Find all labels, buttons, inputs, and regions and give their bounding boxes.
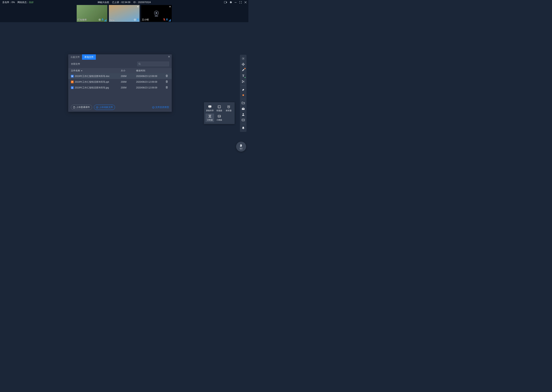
svg-point-29 (243, 58, 244, 59)
tab-cloud-files[interactable]: 云盘文件 (68, 54, 82, 60)
tool-timer[interactable]: 计时器 (205, 113, 214, 122)
play-circle-icon (96, 106, 98, 109)
fullscreen-icon[interactable] (239, 0, 242, 4)
sort-desc-icon: ▼ (81, 70, 83, 72)
video-tile-teacher[interactable]: 叮当老师 (77, 5, 107, 22)
ppt-file-icon: P (71, 81, 74, 83)
chat-icon[interactable] (240, 118, 246, 123)
text-icon[interactable]: T (240, 73, 246, 78)
video-tile-student[interactable]: ✕ Nina (109, 5, 139, 22)
svg-point-39 (244, 120, 244, 120)
mic-on-icon (166, 18, 168, 21)
volume-bars-icon (104, 19, 106, 21)
toolbox-icon[interactable] (240, 106, 246, 112)
svg-line-14 (140, 64, 140, 65)
participant-name: 王小明 (142, 18, 149, 21)
mic-on-icon (102, 18, 103, 21)
upload-dynamic-button[interactable]: 上传动效文件 (94, 105, 115, 110)
file-size: 200M (121, 81, 136, 83)
image-file-icon: ▲ (71, 86, 74, 89)
folder-icon[interactable] (240, 100, 246, 106)
svg-point-30 (242, 80, 243, 81)
svg-text:✕: ✕ (219, 107, 220, 108)
laser-pointer-icon[interactable] (240, 56, 246, 61)
svg-rect-0 (224, 1, 226, 3)
file-row[interactable]: ▲2019年工作汇报情况查询等等.jpg 200M 2020/06/23 12:… (68, 85, 172, 91)
eraser-icon[interactable] (240, 87, 246, 92)
col-size[interactable]: 大小 (121, 69, 136, 72)
packet-loss: 丢包率：0% (2, 1, 15, 4)
col-name[interactable]: 文件名称▼ (71, 69, 121, 72)
toolbox-panel: 屏幕共享 A✓B✕ 答题器 抢答器 计时器 2+3 小黑板 (204, 102, 235, 124)
file-modified: 2020/06/23 12:09:09 (136, 81, 163, 83)
camera-indicator-icon (134, 19, 136, 21)
svg-point-3 (99, 19, 100, 20)
participant-name: 叮当老师 (77, 18, 87, 21)
file-size: 200M (121, 86, 136, 89)
svg-point-6 (135, 19, 135, 20)
svg-rect-1 (235, 2, 237, 3)
info-icon (152, 106, 154, 109)
svg-point-32 (242, 94, 244, 96)
upload-normal-button[interactable]: 上传普通课件 (71, 105, 92, 110)
dialog-close-icon[interactable]: ✕ (168, 55, 170, 58)
svg-text:B: B (218, 107, 219, 108)
svg-point-37 (242, 120, 243, 120)
course-title: 神秘大自然 (98, 1, 109, 4)
minimize-icon[interactable] (234, 0, 237, 4)
svg-rect-12 (167, 18, 167, 20)
close-icon[interactable] (244, 0, 247, 4)
svg-rect-20 (209, 108, 210, 108)
file-dialog: 云盘文件 本地文件 ✕ 全部文件 文件名称▼ 大小 修改时间 W2019年工作汇… (68, 54, 172, 112)
side-toolbar: T (240, 55, 247, 132)
scissors-icon[interactable] (240, 79, 246, 84)
video-tile-student[interactable]: ✕ 王小明 (141, 5, 172, 22)
svg-point-31 (242, 82, 243, 83)
tile-close-icon[interactable]: ✕ (137, 5, 139, 8)
raise-hand-button[interactable]: 0/2 (236, 142, 246, 152)
bell-icon[interactable] (240, 125, 246, 131)
doc-file-icon: W (71, 75, 74, 77)
delete-file-icon[interactable] (163, 80, 171, 84)
tool-screen-share[interactable]: 屏幕共享 (205, 104, 214, 113)
col-modified[interactable]: 修改时间 (136, 69, 163, 72)
delete-file-icon[interactable] (163, 75, 171, 78)
file-row[interactable]: P2019年工作汇报情况查询等等.ppt 200M 2020/06/23 12:… (68, 79, 172, 85)
record-icon[interactable] (224, 0, 227, 4)
file-row[interactable]: W2019年工作汇报情况查询等等.doc 200M 2020/06/23 12:… (68, 73, 172, 79)
file-size: 200M (121, 75, 136, 77)
file-modified: 2020/06/23 12:09:09 (136, 86, 163, 89)
elapsed-time: 已上课：02:34:09 (112, 1, 130, 4)
svg-text:✓: ✓ (219, 106, 220, 107)
raise-hand-count: 0/2 (240, 147, 242, 150)
delete-file-icon[interactable] (163, 86, 171, 89)
user-icon[interactable] (240, 112, 246, 117)
settings-icon[interactable] (229, 0, 232, 4)
tool-answer-device[interactable]: A✓B✕ 答题器 (215, 104, 224, 113)
svg-rect-34 (243, 109, 244, 109)
mic-on-icon (137, 18, 139, 21)
move-icon[interactable] (240, 62, 246, 67)
hand-icon (240, 144, 243, 147)
file-support-link[interactable]: 文件支持类型 (152, 106, 169, 109)
svg-rect-33 (242, 108, 245, 110)
document-icon (73, 106, 75, 109)
tab-local-files[interactable]: 本地文件 (82, 54, 96, 60)
network-status: 网络状态：良好 (17, 1, 34, 4)
search-icon (138, 63, 141, 65)
svg-point-38 (243, 120, 243, 120)
volume-bars-icon (169, 19, 171, 21)
color-dot-icon[interactable] (240, 92, 246, 98)
svg-point-9 (155, 12, 157, 14)
tile-close-icon[interactable]: ✕ (169, 5, 171, 8)
file-name-label: 2019年工作汇报情况查询等等.jpg (75, 86, 109, 89)
pen-icon[interactable] (240, 67, 246, 73)
tool-buzzer[interactable]: 抢答器 (225, 104, 233, 113)
svg-rect-4 (102, 18, 103, 20)
tool-mini-board[interactable]: 2+3 小黑板 (215, 113, 224, 122)
search-input[interactable] (137, 62, 169, 66)
svg-rect-7 (138, 18, 138, 20)
session-id: ID：2020070324 (133, 1, 151, 4)
top-status-bar: 丢包率：0% 网络状态：良好 神秘大自然 已上课：02:34:09 ID：202… (0, 0, 248, 5)
svg-text:A: A (218, 106, 219, 107)
